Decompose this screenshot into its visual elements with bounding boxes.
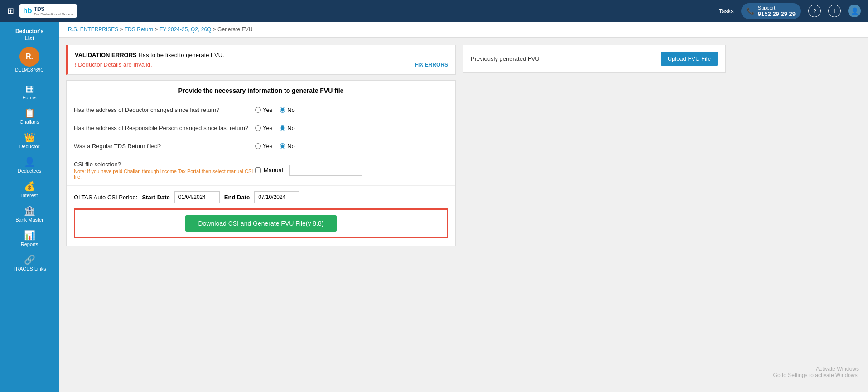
q1-no-option[interactable]: No <box>280 106 295 113</box>
validation-title: VALIDATION ERRORS <box>75 52 137 58</box>
deductees-icon: 👤 <box>24 156 35 167</box>
end-date-label: End Date <box>224 194 250 201</box>
start-date-label: Start Date <box>142 194 169 201</box>
q2-no-radio[interactable] <box>280 125 285 131</box>
info-icon[interactable]: i <box>828 5 841 17</box>
main-content: VALIDATION ERRORS Has to be fixed to gen… <box>59 38 868 392</box>
q2-radio-group: Yes No <box>255 125 295 131</box>
form-row-q3: Was a Regular TDS Return filed? Yes No <box>67 137 455 155</box>
sidebar: Deductor'sList R. DELM18769C ▦ Forms 📋 C… <box>0 22 59 392</box>
q1-yes-option[interactable]: Yes <box>255 106 272 113</box>
q2-yes-option[interactable]: Yes <box>255 125 272 131</box>
sidebar-item-reports[interactable]: 📊 Reports <box>0 226 59 251</box>
sidebar-item-traces-links-label: TRACES Links <box>13 266 46 271</box>
support-number: 9152 29 29 29 <box>758 10 796 17</box>
q3-label: Was a Regular TDS Return filed? <box>74 143 255 150</box>
oltas-row: OLTAS Auto CSI Period: Start Date End Da… <box>67 185 455 208</box>
logo-tds: TDS <box>34 6 45 12</box>
grid-icon[interactable]: ⊞ <box>7 6 14 16</box>
q3-no-option[interactable]: No <box>280 143 295 150</box>
support-info: Support 9152 29 29 29 <box>758 5 796 17</box>
q2-label: Has the address of Responsible Person ch… <box>74 125 255 131</box>
error-text: ! Deductor Details are Invalid. <box>75 61 152 68</box>
q1-no-radio[interactable] <box>280 107 285 113</box>
q2-yes-label: Yes <box>263 125 272 131</box>
q1-yes-radio[interactable] <box>255 107 261 113</box>
q3-no-radio[interactable] <box>280 143 285 149</box>
sidebar-item-reports-label: Reports <box>21 242 39 247</box>
logo-hb: hb <box>23 7 32 15</box>
logo-tds-block: TDS Tax Deduction at Source <box>34 5 73 16</box>
q1-label: Has the address of Deductor changed sinc… <box>74 106 255 113</box>
support-box[interactable]: 📞 Support 9152 29 29 29 <box>741 3 801 19</box>
user-avatar-icon[interactable]: 👤 <box>848 5 861 17</box>
validation-error-row: ! Deductor Details are Invalid. FIX ERRO… <box>75 61 448 68</box>
fix-errors-button[interactable]: FIX ERRORS <box>415 62 448 68</box>
csi-manual-input[interactable] <box>289 165 362 176</box>
forms-icon: ▦ <box>25 83 34 94</box>
q3-radio-group: Yes No <box>255 143 295 150</box>
sidebar-item-deductees[interactable]: 👤 Deductees <box>0 153 59 177</box>
interest-icon: 💰 <box>24 181 35 192</box>
sidebar-item-traces-links[interactable]: 🔗 TRACES Links <box>0 251 59 275</box>
csi-manual-row: Manual <box>255 165 362 176</box>
csi-manual-label: Manual <box>264 167 283 174</box>
traces-links-icon: 🔗 <box>24 254 35 265</box>
upload-fvu-button[interactable]: Upload FVU File <box>661 52 718 66</box>
avatar[interactable]: R. <box>19 47 39 67</box>
sidebar-item-interest[interactable]: 💰 Interest <box>0 177 59 202</box>
q3-yes-option[interactable]: Yes <box>255 143 272 150</box>
sidebar-item-challans-label: Challans <box>20 119 39 125</box>
generate-btn-wrapper: Download CSI and Generate FVU File(v 8.8… <box>74 208 448 238</box>
previously-title: Previously generated FVU <box>471 55 540 62</box>
q1-no-label: No <box>287 106 295 113</box>
q3-no-label: No <box>287 143 295 150</box>
oltas-label: OLTAS Auto CSI Period: <box>74 194 137 201</box>
content-area: R.S. ENTERPRISES > TDS Return > FY 2024-… <box>59 22 868 392</box>
tasks-label[interactable]: Tasks <box>719 8 734 15</box>
sidebar-item-challans[interactable]: 📋 Challans <box>0 104 59 128</box>
breadcrumb-sep1: > <box>120 26 125 33</box>
sidebar-item-bank-master-label: Bank Master <box>15 217 43 223</box>
support-text: Support <box>758 5 796 10</box>
fvu-form: Provide the necessary information to gen… <box>66 80 456 246</box>
topbar: ⊞ hb TDS Tax Deduction at Source Tasks 📞… <box>0 0 868 22</box>
breadcrumb: R.S. ENTERPRISES > TDS Return > FY 2024-… <box>59 22 868 38</box>
csi-manual-checkbox[interactable] <box>255 167 261 173</box>
topbar-left: ⊞ hb TDS Tax Deduction at Source <box>7 4 77 18</box>
q1-radio-group: Yes No <box>255 106 295 113</box>
sidebar-item-deductees-label: Deductees <box>18 168 42 174</box>
sidebar-item-interest-label: Interest <box>21 193 38 198</box>
sidebar-item-forms[interactable]: ▦ Forms <box>0 79 59 104</box>
q2-no-option[interactable]: No <box>280 125 295 131</box>
generate-fvu-button[interactable]: Download CSI and Generate FVU File(v 8.8… <box>185 215 336 232</box>
form-row-q1: Has the address of Deductor changed sinc… <box>67 101 455 119</box>
help-icon[interactable]: ? <box>808 5 821 17</box>
breadcrumb-fy[interactable]: FY 2024-25, Q2, 26Q <box>159 26 212 33</box>
validation-subtitle: Has to be fixed to generate FVU. <box>138 52 224 58</box>
validation-box: VALIDATION ERRORS Has to be fixed to gen… <box>66 45 456 75</box>
breadcrumb-tds-return[interactable]: TDS Return <box>125 26 153 33</box>
q3-yes-radio[interactable] <box>255 143 261 149</box>
q3-yes-label: Yes <box>263 143 272 150</box>
sidebar-item-deductor[interactable]: 👑 Deductor <box>0 128 59 153</box>
reports-icon: 📊 <box>24 230 35 241</box>
topbar-right: Tasks 📞 Support 9152 29 29 29 ? i 👤 <box>719 3 861 19</box>
right-panel: Previously generated FVU Upload FVU File <box>463 45 726 385</box>
form-row-q2: Has the address of Responsible Person ch… <box>67 119 455 137</box>
end-date-input[interactable] <box>254 191 299 203</box>
start-date-input[interactable] <box>174 191 220 203</box>
breadcrumb-sep3: > <box>213 26 217 33</box>
phone-icon: 📞 <box>747 7 754 15</box>
breadcrumb-sep2: > <box>155 26 159 33</box>
main-layout: Deductor'sList R. DELM18769C ▦ Forms 📋 C… <box>0 22 868 392</box>
breadcrumb-company[interactable]: R.S. ENTERPRISES <box>68 26 118 33</box>
logo-sub: Tax Deduction at Source <box>34 12 73 16</box>
deductor-id: DELM18769C <box>15 68 44 73</box>
sidebar-title: Deductor'sList <box>14 25 45 45</box>
bank-master-icon: 🏦 <box>24 205 35 216</box>
sidebar-item-bank-master[interactable]: 🏦 Bank Master <box>0 202 59 226</box>
csi-note: Note: If you have paid Challan through I… <box>74 169 255 179</box>
q2-yes-radio[interactable] <box>255 125 261 131</box>
deductor-icon: 👑 <box>24 132 35 143</box>
